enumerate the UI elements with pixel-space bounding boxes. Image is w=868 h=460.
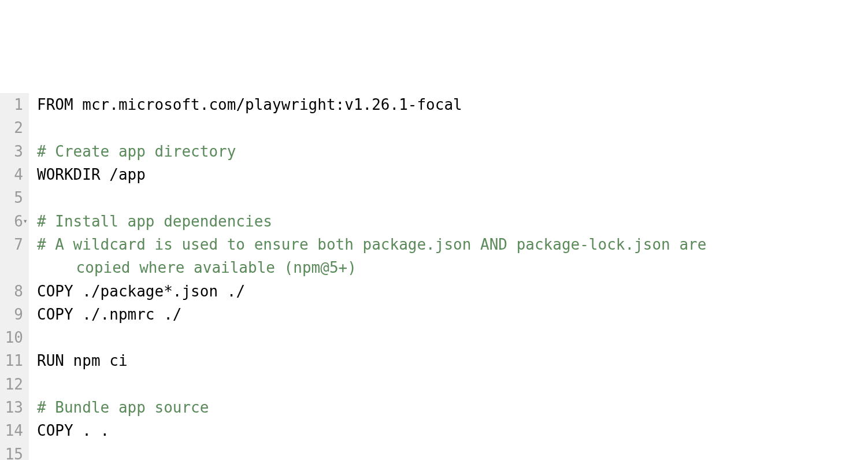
code-line[interactable] [37,326,868,349]
code-token: # Install app dependencies [37,213,272,230]
code-token: mcr.microsoft.com/playwright:v1.26.1-foc… [73,96,462,113]
line-number: 2 [3,116,23,139]
code-token: RUN [37,352,64,369]
line-number: 5 [3,186,23,209]
code-area[interactable]: FROM mcr.microsoft.com/playwright:v1.26.… [29,93,868,460]
code-line[interactable]: COPY ./.npmrc ./ [37,303,868,326]
line-number: 14 [3,419,23,442]
line-number: 1 [3,93,23,116]
line-number: 15 [3,443,23,460]
code-line[interactable]: # A wildcard is used to ensure both pack… [37,233,868,280]
line-number: 8 [3,280,23,303]
code-line[interactable]: # Create app directory [37,140,868,163]
line-number: 4 [3,163,23,186]
code-line[interactable]: # Bundle app source [37,396,868,419]
line-number: 7 [3,233,23,256]
code-line[interactable]: # Install app dependencies [37,210,868,233]
code-line[interactable]: WORKDIR /app [37,163,868,186]
line-number: 11 [3,349,23,372]
code-token: COPY [37,422,73,439]
code-token: COPY [37,306,73,323]
line-number: 13 [3,396,23,419]
code-token: # A wildcard is used to ensure both pack… [37,236,706,253]
code-token: WORKDIR [37,166,101,183]
code-token: COPY [37,283,73,300]
code-token: copied where available (npm@5+) [76,259,357,276]
code-token: ./.npmrc ./ [73,306,182,323]
code-token: # Create app directory [37,143,236,160]
code-token: . . [73,422,110,439]
code-editor[interactable]: 123456▾7891011121314151617 FROM mcr.micr… [0,93,868,460]
line-number: 9 [3,303,23,326]
code-token: ./package*.json ./ [73,283,245,300]
line-number: 12 [3,373,23,396]
line-number-gutter: 123456▾7891011121314151617 [0,93,29,460]
code-token: FROM [37,96,73,113]
code-line[interactable] [37,186,868,209]
line-number: 10 [3,326,23,349]
fold-marker-icon[interactable]: ▾ [23,215,28,228]
code-token: # Bundle app source [37,399,209,416]
line-number: 6▾ [3,210,23,233]
line-number-continuation [3,256,23,279]
code-line[interactable]: FROM mcr.microsoft.com/playwright:v1.26.… [37,93,868,116]
code-token: npm ci [64,352,128,369]
code-line[interactable] [37,443,868,460]
code-token: /app [101,166,146,183]
code-line[interactable] [37,116,868,139]
code-line[interactable]: RUN npm ci [37,349,868,372]
code-line[interactable]: COPY . . [37,419,868,442]
code-line[interactable]: COPY ./package*.json ./ [37,280,868,303]
code-line[interactable] [37,373,868,396]
line-number: 3 [3,140,23,163]
